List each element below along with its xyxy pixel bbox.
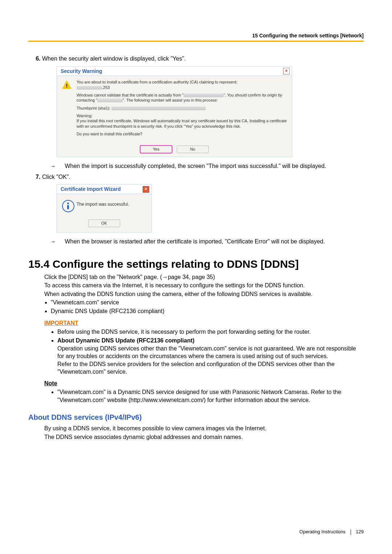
security-warning-dialog: Security Warning × You are about to inst… bbox=[57, 66, 292, 157]
page-footer: Operating Instructions 129 bbox=[299, 529, 364, 535]
footer-separator bbox=[351, 529, 351, 535]
step-6-result: → When the import is successfully comple… bbox=[57, 162, 364, 170]
list-item: About Dynamic DNS Update (RFC2136 compli… bbox=[57, 337, 364, 376]
subsection-para: By using a DDNS service, it becomes poss… bbox=[44, 424, 364, 432]
dialog-message: You are about to install a certificate f… bbox=[77, 79, 287, 139]
redacted-text bbox=[97, 99, 123, 102]
page-number: 129 bbox=[356, 529, 364, 534]
step-7: Click "OK". Certificate Import Wizard × … bbox=[42, 173, 364, 246]
chapter-header: 15 Configuring the network settings [Net… bbox=[28, 33, 364, 38]
subsection-heading: About DDNS services (IPv4/IPv6) bbox=[28, 413, 364, 422]
ok-button[interactable]: OK bbox=[88, 219, 120, 227]
section-para: When activating the DDNS function using … bbox=[44, 290, 364, 298]
step-7-result: → When the browser is restarted after th… bbox=[57, 238, 364, 246]
warning-icon bbox=[62, 80, 72, 89]
section-para: Click the [DDNS] tab on the "Network" pa… bbox=[44, 273, 364, 281]
no-button[interactable]: No bbox=[177, 145, 209, 153]
list-item: "Viewnetcam.com" service bbox=[51, 299, 364, 307]
yes-button[interactable]: Yes bbox=[140, 145, 172, 153]
note-heading: Note bbox=[44, 380, 364, 387]
footer-label: Operating Instructions bbox=[299, 529, 346, 534]
important-list: Before using the DDNS service, it is nec… bbox=[51, 328, 364, 376]
info-icon bbox=[62, 200, 74, 212]
section-heading: 15.4 Configure the settings relating to … bbox=[28, 258, 364, 270]
dialog-titlebar: Certificate Import Wizard × bbox=[57, 185, 151, 194]
step-7-text: Click "OK". bbox=[42, 174, 70, 180]
important-heading: IMPORTANT bbox=[44, 320, 364, 327]
redacted-text bbox=[184, 94, 224, 97]
section-para: To access this camera via the Internet, … bbox=[44, 282, 364, 290]
close-icon[interactable]: × bbox=[143, 186, 149, 193]
list-item: Dynamic DNS Update (RFC2136 compliant) bbox=[51, 307, 364, 315]
step-6-text: When the security alert window is displa… bbox=[42, 56, 186, 62]
list-item: Before using the DDNS service, it is nec… bbox=[57, 328, 364, 336]
header-rule bbox=[28, 41, 364, 42]
import-wizard-dialog: Certificate Import Wizard × The import w… bbox=[57, 184, 152, 233]
subsection-para: The DDNS service associates dynamic glob… bbox=[44, 433, 364, 441]
arrow-icon: → bbox=[57, 162, 63, 170]
close-icon[interactable]: × bbox=[283, 68, 290, 74]
dialog-title: Security Warning bbox=[61, 68, 102, 75]
arrow-icon: → bbox=[57, 238, 63, 246]
note-list: "Viewnetcam.com" is a Dynamic DNS servic… bbox=[51, 388, 364, 404]
list-item: "Viewnetcam.com" is a Dynamic DNS servic… bbox=[57, 388, 364, 404]
dialog-title: Certificate Import Wizard bbox=[61, 186, 121, 193]
redacted-text bbox=[77, 86, 102, 90]
dialog-message: The import was successful. bbox=[77, 198, 146, 212]
redacted-text bbox=[111, 107, 206, 110]
step-list: When the security alert window is displa… bbox=[28, 55, 364, 246]
service-list: "Viewnetcam.com" service Dynamic DNS Upd… bbox=[44, 299, 364, 315]
step-6: When the security alert window is displa… bbox=[42, 55, 364, 170]
dialog-titlebar: Security Warning × bbox=[57, 67, 292, 76]
